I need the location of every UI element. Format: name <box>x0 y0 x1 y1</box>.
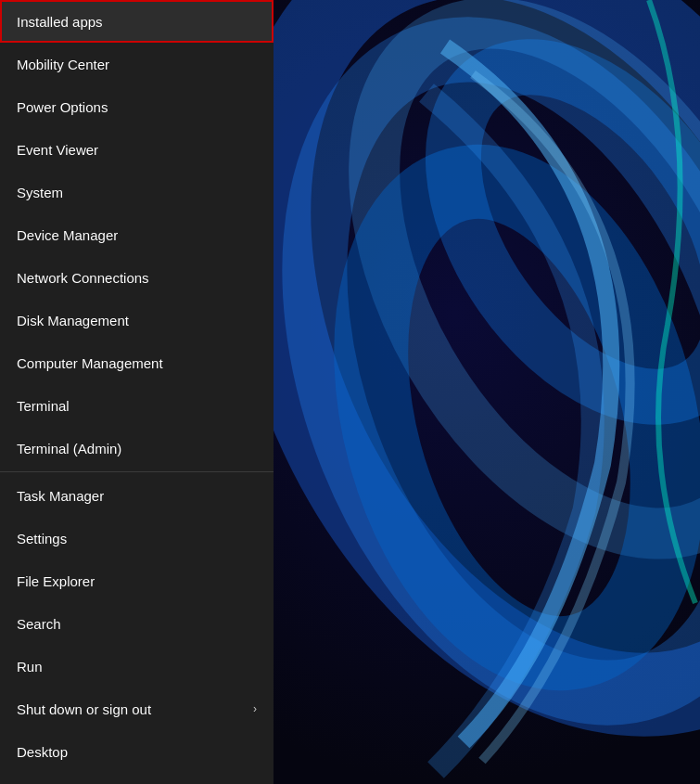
menu-item-search[interactable]: Search <box>0 602 274 645</box>
menu-item-file-explorer[interactable]: File Explorer <box>0 559 274 602</box>
menu-item-installed-apps[interactable]: Installed apps <box>0 0 274 43</box>
menu-item-label-event-viewer: Event Viewer <box>17 142 98 158</box>
menu-item-system[interactable]: System <box>0 171 274 213</box>
submenu-arrow-icon: › <box>253 702 257 715</box>
menu-item-shut-down[interactable]: Shut down or sign out› <box>0 688 274 730</box>
menu-item-settings[interactable]: Settings <box>0 517 274 559</box>
menu-item-label-run: Run <box>17 659 43 675</box>
menu-item-terminal[interactable]: Terminal <box>0 384 274 427</box>
menu-item-computer-management[interactable]: Computer Management <box>0 341 274 384</box>
context-menu: Installed appsMobility CenterPower Optio… <box>0 0 274 784</box>
menu-item-label-file-explorer: File Explorer <box>17 573 95 589</box>
menu-item-label-installed-apps: Installed apps <box>17 14 103 30</box>
menu-item-label-mobility-center: Mobility Center <box>17 57 109 72</box>
menu-item-power-options[interactable]: Power Options <box>0 85 274 128</box>
menu-item-label-terminal: Terminal <box>17 398 70 414</box>
menu-item-terminal-admin[interactable]: Terminal (Admin) <box>0 427 274 469</box>
menu-item-label-power-options: Power Options <box>17 99 108 115</box>
menu-item-label-device-manager: Device Manager <box>17 227 118 243</box>
menu-item-label-desktop: Desktop <box>17 744 68 760</box>
menu-item-label-computer-management: Computer Management <box>17 355 163 371</box>
menu-item-run[interactable]: Run <box>0 645 274 688</box>
menu-item-disk-management[interactable]: Disk Management <box>0 299 274 341</box>
menu-item-label-disk-management: Disk Management <box>17 313 129 328</box>
menu-item-device-manager[interactable]: Device Manager <box>0 213 274 256</box>
menu-item-desktop[interactable]: Desktop <box>0 730 274 773</box>
menu-item-mobility-center[interactable]: Mobility Center <box>0 43 274 85</box>
menu-item-label-network-connections: Network Connections <box>17 270 149 286</box>
menu-item-label-terminal-admin: Terminal (Admin) <box>17 441 121 456</box>
menu-separator <box>0 471 274 472</box>
menu-item-label-search: Search <box>17 616 61 632</box>
menu-item-label-system: System <box>17 185 63 200</box>
menu-item-task-manager[interactable]: Task Manager <box>0 474 274 517</box>
menu-item-label-settings: Settings <box>17 531 67 546</box>
menu-item-label-task-manager: Task Manager <box>17 488 104 504</box>
menu-item-event-viewer[interactable]: Event Viewer <box>0 128 274 171</box>
menu-item-network-connections[interactable]: Network Connections <box>0 256 274 299</box>
menu-item-label-shut-down: Shut down or sign out <box>17 701 151 717</box>
